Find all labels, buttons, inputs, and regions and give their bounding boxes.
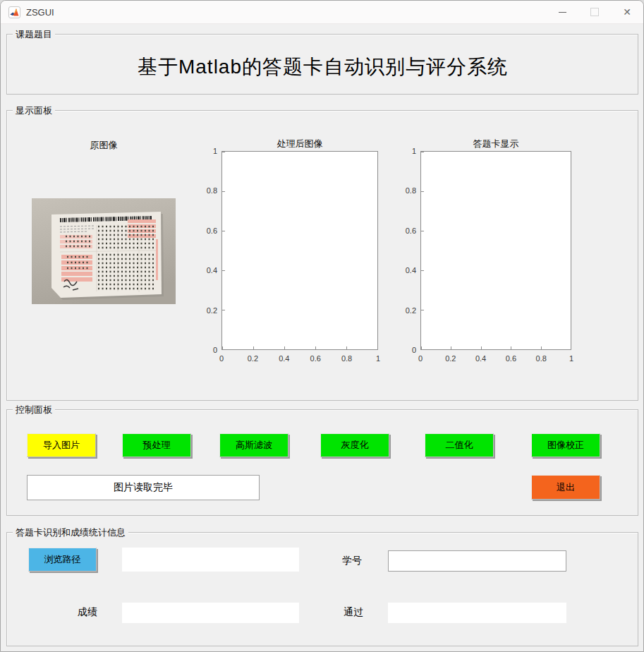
page-title: 基于Matlab的答题卡自动识别与评分系统 bbox=[7, 54, 638, 80]
image-correction-button[interactable]: 图像校正 bbox=[531, 433, 600, 457]
topic-panel-label: 课题题目 bbox=[13, 28, 55, 41]
path-field bbox=[122, 548, 299, 572]
score-label: 成绩 bbox=[78, 606, 97, 619]
student-id-field[interactable] bbox=[388, 550, 566, 572]
pass-label: 通过 bbox=[344, 606, 363, 619]
axes-tick-marks bbox=[421, 152, 571, 349]
display-panel-label: 显示面板 bbox=[13, 104, 55, 117]
processed-axes-title: 处理后图像 bbox=[194, 138, 406, 150]
x-tick-labels: 00.20.40.60.81 bbox=[420, 349, 571, 362]
window-title: ZSGUI bbox=[26, 7, 54, 18]
browse-path-button[interactable]: 浏览路径 bbox=[28, 548, 97, 572]
processed-axes: 处理后图像 00.20.40.60.81 00.20.40.60.81 bbox=[221, 151, 378, 350]
status-field[interactable]: 图片读取完毕 bbox=[27, 475, 260, 500]
axes-tick-marks bbox=[222, 152, 377, 349]
import-image-button[interactable]: 导入图片 bbox=[27, 433, 96, 457]
student-id-label: 学号 bbox=[342, 555, 362, 567]
control-panel-label: 控制面板 bbox=[13, 404, 55, 416]
zsgui-window: ZSGUI ✕ 课题题目 基于Matlab的答题卡自动识别与评分系统 显示面板 … bbox=[0, 0, 644, 652]
minimize-button[interactable] bbox=[546, 1, 578, 23]
score-field bbox=[122, 603, 299, 623]
minimize-icon bbox=[559, 12, 566, 13]
y-tick-labels: 00.20.40.60.81 bbox=[192, 151, 217, 350]
preprocess-button[interactable]: 预处理 bbox=[122, 433, 191, 457]
results-panel: 答题卡识别和成绩统计信息 bbox=[6, 532, 638, 646]
y-tick-labels: 00.20.40.60.81 bbox=[391, 151, 416, 350]
answer-card-axes: 答题卡显示 00.20.40.60.81 00.20.40.60.81 bbox=[420, 151, 571, 350]
maximize-icon bbox=[590, 8, 599, 16]
pass-field bbox=[388, 603, 566, 623]
results-panel-label: 答题卡识别和成绩统计信息 bbox=[13, 526, 128, 539]
grayscale-button[interactable]: 灰度化 bbox=[320, 433, 389, 457]
exit-button[interactable]: 退出 bbox=[531, 475, 600, 500]
matlab-icon bbox=[8, 6, 20, 18]
original-image bbox=[32, 198, 176, 304]
close-button[interactable]: ✕ bbox=[611, 1, 643, 23]
maximize-button[interactable] bbox=[578, 1, 611, 23]
answer-card-axes-title: 答题卡显示 bbox=[393, 138, 599, 150]
title-bar[interactable]: ZSGUI ✕ bbox=[1, 1, 643, 24]
binarize-button[interactable]: 二值化 bbox=[425, 433, 494, 457]
gaussian-filter-button[interactable]: 高斯滤波 bbox=[219, 433, 288, 457]
original-axes-title: 原图像 bbox=[32, 139, 176, 152]
x-tick-labels: 00.20.40.60.81 bbox=[221, 349, 378, 362]
close-icon: ✕ bbox=[623, 6, 631, 18]
